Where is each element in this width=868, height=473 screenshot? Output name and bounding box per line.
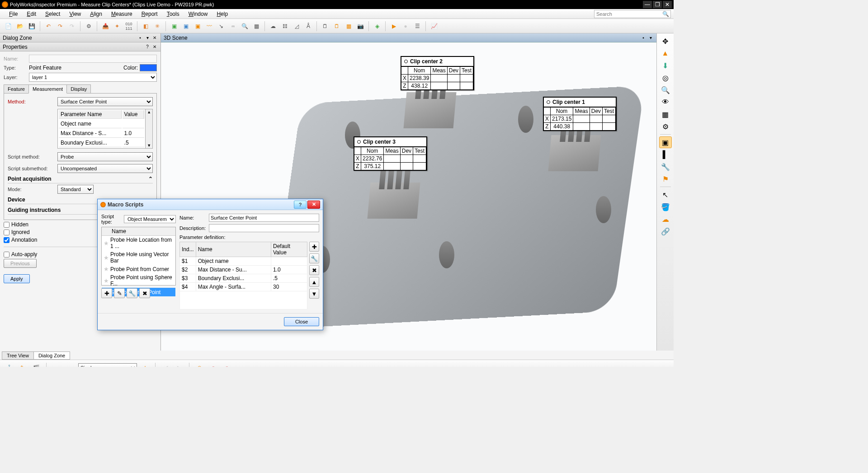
mode-dropdown[interactable]: Single: [78, 363, 137, 367]
param-name[interactable]: Object name: [59, 120, 122, 128]
burst-icon[interactable]: ✦: [112, 21, 123, 32]
cloud2-icon[interactable]: ☁: [659, 213, 672, 225]
list-icon[interactable]: ☰: [412, 21, 423, 32]
camera-icon[interactable]: 📷: [355, 21, 366, 32]
menu-edit[interactable]: Edit: [22, 10, 41, 18]
tab-display[interactable]: Display: [66, 84, 91, 94]
add-param-button[interactable]: ✚: [309, 242, 319, 252]
menu-window[interactable]: Window: [184, 10, 212, 18]
dialog-help-button[interactable]: ?: [294, 201, 307, 209]
minimize-button[interactable]: —: [643, 1, 652, 8]
scroll-down-icon[interactable]: ▼: [146, 143, 151, 148]
layer-select[interactable]: layer 1: [29, 73, 157, 82]
collapse-icon[interactable]: ⌃: [148, 176, 153, 182]
tab-feature[interactable]: Feature: [4, 84, 29, 94]
wrench-icon[interactable]: 🔧: [659, 161, 672, 173]
edit-script-button[interactable]: ✎: [114, 288, 125, 298]
undo-icon[interactable]: ↶: [43, 21, 54, 32]
menu-measure[interactable]: Measure: [107, 10, 137, 18]
box-blue-icon[interactable]: ▣: [180, 21, 191, 32]
callout-clip-center-3[interactable]: Clip center 3 NomMeasDevTest X2232.76 Z3…: [354, 136, 427, 171]
close-icon[interactable]: ✕: [151, 35, 158, 41]
eye-icon[interactable]: 👁: [659, 96, 672, 108]
chart-icon[interactable]: 📈: [429, 21, 439, 32]
caliper-icon[interactable]: 𝌮: [279, 21, 290, 32]
colorbox-icon[interactable]: ▣: [659, 136, 672, 148]
annotation-checkbox[interactable]: [4, 237, 9, 243]
menu-view[interactable]: View: [65, 10, 85, 18]
script-method-select[interactable]: Probe: [57, 152, 153, 161]
menu-select[interactable]: Select: [41, 10, 65, 18]
probe-icon[interactable]: ↘: [216, 21, 226, 32]
bar-icon[interactable]: ▌: [659, 149, 672, 160]
note2-icon[interactable]: 🗒: [331, 21, 342, 32]
flag-icon[interactable]: ⚑: [659, 173, 672, 185]
mode-select[interactable]: Standard: [57, 185, 94, 194]
zoom-in-icon[interactable]: 🔍: [659, 84, 672, 96]
name-input[interactable]: [209, 214, 319, 222]
dialog-close-button[interactable]: ✕: [307, 201, 320, 209]
scroll-up-icon[interactable]: ▲: [146, 109, 151, 115]
script-submethod-select[interactable]: Uncompensated: [57, 164, 153, 173]
arrow-right-icon[interactable]: ▶: [174, 362, 184, 367]
scribble-icon[interactable]: 〰: [204, 21, 215, 32]
bucket-icon[interactable]: 🪣: [659, 201, 672, 213]
callout-clip-center-1[interactable]: Clip center 1 NomMeasDevTest X2173.15 Z4…: [543, 97, 617, 131]
callout-clip-center-2[interactable]: Clip center 2 NomMeasDevTest X2238.39 Z4…: [401, 56, 474, 90]
pin-icon[interactable]: ▪: [137, 35, 143, 41]
tab-tree-view[interactable]: Tree View: [2, 351, 34, 360]
link-icon[interactable]: 🔗: [659, 225, 672, 237]
box-orange-icon[interactable]: ▣: [192, 21, 203, 32]
move-up-button[interactable]: ▲: [309, 277, 319, 287]
param-name[interactable]: Max Distance - S...: [59, 129, 122, 138]
angle-icon[interactable]: ◿: [291, 21, 302, 32]
maximize-button[interactable]: ❐: [653, 1, 662, 8]
ignored-checkbox[interactable]: [4, 229, 9, 235]
target-icon[interactable]: ◎: [659, 72, 672, 84]
zoom-icon[interactable]: 🔍: [239, 21, 250, 32]
apply-button[interactable]: Apply: [4, 274, 30, 283]
section-icon[interactable]: ⎓: [227, 21, 238, 32]
close-button[interactable]: ✕: [663, 1, 672, 8]
box-green-icon[interactable]: ▣: [169, 21, 179, 32]
note-icon[interactable]: 🗒: [320, 21, 330, 32]
hidden-checkbox[interactable]: [4, 222, 9, 228]
script-item[interactable]: ★Probe Point from Corner: [102, 265, 175, 273]
down-icon[interactable]: ⬇: [659, 60, 672, 71]
param-scrollbar[interactable]: ▲ ▼: [146, 109, 153, 149]
record-icon[interactable]: ●: [400, 21, 411, 32]
axis-icon[interactable]: ▲: [659, 47, 672, 59]
table-icon[interactable]: ▦: [343, 21, 354, 32]
script-item[interactable]: ★Probe Hole using Vector Bar: [102, 250, 175, 265]
autoapply-checkbox[interactable]: [4, 252, 9, 258]
save-icon[interactable]: 💾: [26, 21, 37, 32]
param-value[interactable]: .5: [123, 139, 145, 147]
menu-search[interactable]: 🔍: [594, 10, 671, 18]
param-value[interactable]: [123, 120, 145, 128]
cube-icon[interactable]: ◧: [140, 21, 151, 32]
cursor-icon[interactable]: ↖: [659, 189, 672, 201]
new-icon[interactable]: 📄: [3, 21, 14, 32]
probe-laser-icon[interactable]: ✎: [17, 362, 28, 367]
pin-icon[interactable]: ▪: [640, 35, 646, 41]
layers-icon[interactable]: ◈: [372, 21, 382, 32]
probe-anchor-icon[interactable]: ⚓: [4, 362, 14, 367]
gear-icon[interactable]: ⚙: [659, 121, 672, 132]
delete-param-button[interactable]: ✖: [309, 265, 319, 275]
menu-report[interactable]: Report: [137, 10, 162, 18]
delete-script-button[interactable]: ✖: [139, 288, 150, 298]
arrow-left-icon[interactable]: ◀: [160, 362, 171, 367]
script-type-select[interactable]: Object Measurem: [124, 215, 176, 223]
param-name[interactable]: Boundary Exclusi...: [59, 139, 122, 147]
digits-icon[interactable]: 010111: [123, 21, 134, 32]
config-script-button[interactable]: 🔧: [127, 288, 137, 298]
menu-file[interactable]: File: [5, 10, 22, 18]
search-icon[interactable]: 🔍: [661, 11, 670, 17]
spark-icon[interactable]: ✦: [140, 362, 151, 367]
script-item[interactable]: ★Probe Point using Sphere F...: [102, 273, 175, 288]
target2-icon[interactable]: ◎: [194, 362, 205, 367]
tab-measurement[interactable]: Measurement: [28, 84, 67, 94]
import-icon[interactable]: 📥: [100, 21, 111, 32]
help-icon[interactable]: ?: [144, 44, 151, 50]
redo-icon[interactable]: ↷: [55, 21, 66, 32]
